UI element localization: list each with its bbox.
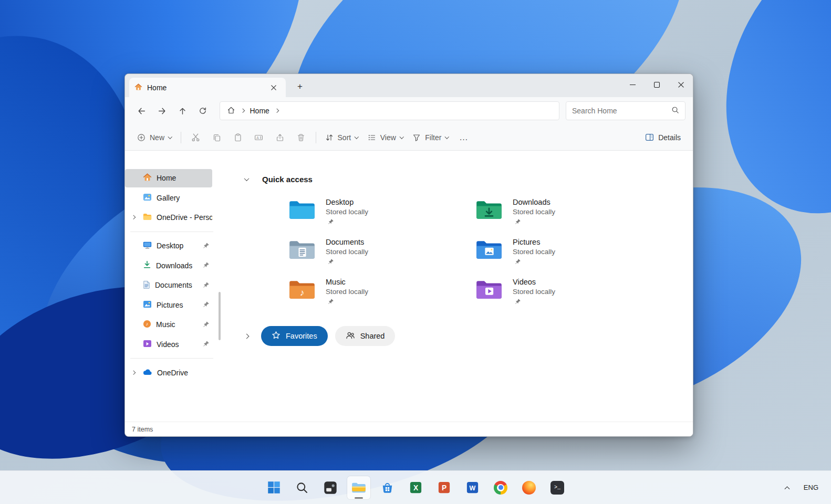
paste-button[interactable]	[227, 129, 248, 146]
sidebar-item-downloads[interactable]: Downloads	[125, 256, 212, 275]
videos-icon	[143, 340, 152, 349]
sidebar-scrollbar[interactable]	[219, 292, 221, 340]
section-title[interactable]: Quick access	[262, 175, 313, 184]
svg-text:W: W	[469, 485, 475, 492]
start-icon	[267, 481, 281, 494]
chevron-right-icon[interactable]	[244, 333, 250, 339]
tile-name: Music	[326, 278, 368, 286]
rename-button[interactable]: A	[248, 129, 269, 146]
window-body: Home Gallery OneDrive - Perso	[125, 151, 693, 422]
tile-documents[interactable]: Documents Stored locally	[288, 238, 475, 270]
tile-downloads[interactable]: Downloads Stored locally	[475, 198, 662, 230]
chevron-down-icon[interactable]	[244, 176, 250, 181]
shared-tab-label: Shared	[360, 332, 385, 340]
store-button[interactable]	[376, 476, 399, 499]
language-indicator[interactable]: ENG	[804, 484, 818, 491]
chevron-right-icon[interactable]	[275, 109, 279, 113]
delete-button[interactable]	[290, 129, 311, 146]
taskbar-search-button[interactable]	[290, 476, 314, 499]
forward-button[interactable]	[153, 102, 171, 120]
hidden-icons-chevron-icon[interactable]	[784, 486, 790, 491]
home-icon	[134, 83, 142, 92]
shared-tab[interactable]: Shared	[335, 326, 396, 346]
sidebar-item-onedrive[interactable]: OneDrive	[125, 363, 212, 382]
sidebar-item-gallery[interactable]: Gallery	[125, 188, 212, 207]
desktop: Home +	[0, 0, 831, 504]
chrome-button[interactable]	[489, 476, 512, 499]
firefox-button[interactable]	[517, 476, 541, 499]
tab-home[interactable]: Home	[129, 78, 286, 97]
sidebar-item-music[interactable]: ♪ Music	[125, 316, 212, 334]
tile-music[interactable]: ♪ Music Stored locally	[288, 278, 475, 310]
chevron-right-icon[interactable]	[131, 371, 136, 375]
terminal-button[interactable]: >_	[546, 476, 569, 499]
address-bar[interactable]: Home	[220, 101, 559, 120]
sidebar-item-label: OneDrive - Perso	[157, 213, 212, 222]
sidebar-item-videos[interactable]: Videos	[125, 335, 212, 353]
sidebar-item-desktop[interactable]: Desktop	[125, 237, 212, 255]
start-button[interactable]	[262, 476, 285, 499]
chevron-down-icon	[355, 134, 359, 139]
share-button[interactable]	[269, 129, 290, 146]
chevron-right-icon[interactable]	[241, 109, 245, 113]
chevron-right-icon[interactable]	[131, 215, 136, 219]
new-tab-button[interactable]: +	[292, 79, 308, 94]
copy-button[interactable]	[206, 129, 227, 146]
tab-close-icon[interactable]	[267, 81, 281, 94]
tile-pictures[interactable]: Pictures Stored locally	[475, 238, 662, 270]
excel-button[interactable]: X	[404, 476, 427, 499]
back-button[interactable]	[132, 102, 150, 120]
new-button[interactable]: New	[132, 129, 176, 146]
tile-videos[interactable]: Videos Stored locally	[475, 278, 662, 310]
minimize-button[interactable]	[620, 74, 645, 95]
tile-name: Pictures	[513, 238, 555, 246]
folder-icon	[143, 213, 152, 222]
refresh-button[interactable]	[194, 102, 212, 120]
file-explorer-icon	[351, 481, 366, 494]
up-button[interactable]	[173, 102, 191, 120]
items-count: 7 items	[132, 426, 153, 433]
taskbar: X P W >_ ENG	[0, 470, 831, 504]
tab-strip: Home +	[125, 74, 693, 97]
svg-text:P: P	[441, 484, 446, 492]
breadcrumb-home[interactable]: Home	[250, 107, 269, 115]
file-explorer-window: Home +	[124, 74, 693, 437]
home-icon	[143, 173, 152, 183]
sections-row: Favorites Shared	[245, 326, 693, 346]
search-icon[interactable]	[671, 106, 679, 116]
ellipsis-icon: …	[459, 132, 469, 143]
search-placeholder: Search Home	[572, 107, 667, 115]
cut-button[interactable]	[185, 129, 206, 146]
word-icon: W	[466, 481, 479, 494]
sidebar-item-onedrive-personal[interactable]: OneDrive - Perso	[125, 208, 212, 227]
dark-app-icon	[324, 481, 337, 495]
pin-icon	[203, 321, 209, 329]
chrome-icon	[494, 481, 507, 495]
file-explorer-button[interactable]	[347, 476, 370, 499]
maximize-button[interactable]	[645, 74, 669, 95]
filter-button[interactable]: Filter	[408, 129, 453, 146]
tile-subtitle: Stored locally	[513, 288, 555, 296]
sort-button-label: Sort	[338, 133, 351, 142]
quick-access-header: Quick access	[245, 174, 693, 184]
view-button[interactable]: View	[363, 129, 408, 146]
more-options-button[interactable]: …	[453, 129, 474, 146]
details-button[interactable]: Details	[640, 129, 685, 146]
favorites-tab[interactable]: Favorites	[261, 326, 328, 346]
sidebar-item-home[interactable]: Home	[125, 169, 212, 187]
sidebar-item-pictures[interactable]: Pictures	[125, 296, 212, 314]
tab-title: Home	[147, 83, 167, 92]
search-input[interactable]: Search Home	[566, 101, 685, 120]
tile-desktop[interactable]: Desktop Stored locally	[288, 198, 475, 230]
sort-button[interactable]: Sort	[320, 129, 363, 146]
chevron-down-icon	[445, 134, 449, 139]
music-icon: ♪	[143, 320, 151, 330]
sidebar-item-documents[interactable]: Documents	[125, 276, 212, 295]
powerpoint-button[interactable]: P	[432, 476, 455, 499]
home-icon	[227, 106, 235, 116]
close-button[interactable]	[669, 74, 693, 95]
search-icon	[296, 481, 308, 494]
word-button[interactable]: W	[461, 476, 484, 499]
filter-button-label: Filter	[425, 133, 441, 142]
dark-app-button[interactable]	[319, 476, 342, 499]
